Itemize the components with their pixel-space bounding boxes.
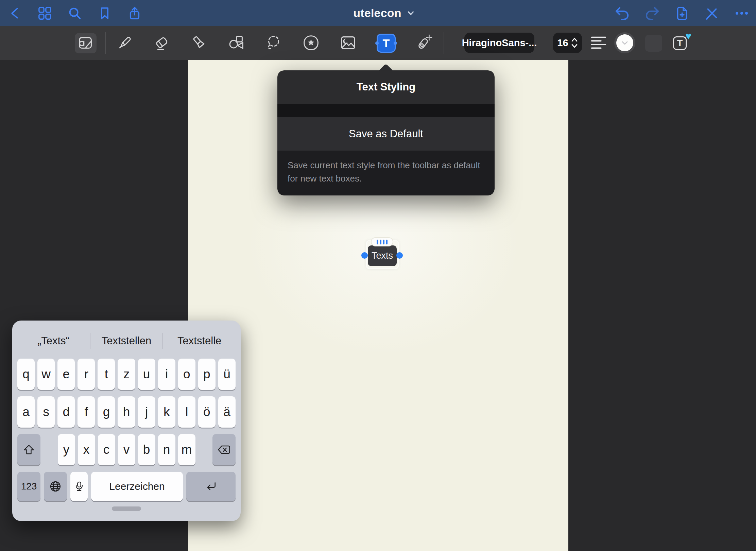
- keyboard-row-2: asdfghjklöä: [17, 396, 236, 428]
- text-tool-glyph: T: [383, 37, 390, 50]
- backspace-key[interactable]: [212, 434, 236, 465]
- key-ö[interactable]: ö: [198, 396, 216, 428]
- redo-icon[interactable]: [645, 6, 660, 21]
- toolbar-empty-slot: [645, 35, 662, 52]
- thumbnails-grid-icon[interactable]: [37, 6, 52, 21]
- key-d[interactable]: d: [57, 396, 75, 428]
- key-s[interactable]: s: [37, 396, 55, 428]
- key-m[interactable]: m: [178, 434, 195, 465]
- key-u[interactable]: u: [138, 359, 155, 390]
- key-r[interactable]: r: [78, 359, 95, 390]
- text-tool-left-dot: [375, 41, 379, 45]
- text-color-swatch[interactable]: [614, 32, 635, 53]
- bookmark-icon[interactable]: [97, 6, 112, 21]
- more-options-icon[interactable]: [734, 6, 749, 21]
- swatch-chevron-icon: [620, 38, 629, 47]
- return-key[interactable]: [186, 472, 236, 501]
- image-tool-icon[interactable]: [339, 34, 358, 53]
- text-color-white: [616, 34, 633, 51]
- add-page-icon[interactable]: [675, 6, 690, 21]
- popover-description-text: Save current text style from the toolbar…: [288, 160, 480, 184]
- shapes-tool-icon[interactable]: [227, 34, 246, 53]
- pen-tool-icon[interactable]: [115, 34, 134, 53]
- key-f[interactable]: f: [78, 396, 95, 428]
- font-family-label: HiraginoSans-...: [462, 37, 537, 49]
- shift-key[interactable]: [17, 434, 40, 465]
- textbox-right-resize-handle[interactable]: [396, 252, 403, 259]
- stepper-chevrons-icon: [571, 37, 578, 49]
- key-w[interactable]: w: [37, 359, 55, 390]
- key-o[interactable]: o: [178, 359, 195, 390]
- document-title: utelecon: [353, 6, 401, 20]
- keyboard-row-1: qwertzuiopü: [17, 359, 236, 390]
- sticker-tool-icon[interactable]: [302, 34, 321, 53]
- globe-key[interactable]: [44, 472, 67, 501]
- laser-pointer-tool-icon[interactable]: [414, 34, 433, 53]
- keyboard-drag-handle[interactable]: [112, 506, 141, 511]
- key-k[interactable]: k: [158, 396, 175, 428]
- heart-icon: ♥: [685, 31, 691, 41]
- key-t[interactable]: t: [98, 359, 115, 390]
- lasso-tool-icon[interactable]: [264, 34, 284, 53]
- key-v[interactable]: v: [118, 434, 135, 465]
- document-title-button[interactable]: utelecon: [353, 0, 415, 26]
- key-x[interactable]: x: [78, 434, 95, 465]
- font-family-button[interactable]: HiraginoSans-...: [464, 33, 534, 53]
- key-j[interactable]: j: [138, 396, 155, 428]
- key-i[interactable]: i: [158, 359, 175, 390]
- suggestion-2[interactable]: Textstellen: [90, 335, 163, 347]
- text-tool-selected[interactable]: T: [377, 34, 396, 53]
- key-n[interactable]: n: [158, 434, 175, 465]
- keyboard-row-4: 123 Leerzeichen: [17, 472, 236, 501]
- key-ü[interactable]: ü: [218, 359, 236, 390]
- suggestion-1[interactable]: „Texts“: [17, 335, 90, 347]
- text-align-button[interactable]: [589, 33, 608, 52]
- text-styling-popover: Text Styling Save as Default Save curren…: [277, 70, 495, 195]
- popover-title: Text Styling: [357, 81, 415, 93]
- undo-icon[interactable]: [615, 6, 630, 21]
- key-l[interactable]: l: [178, 396, 195, 428]
- chevron-down-icon: [407, 9, 415, 17]
- save-as-default-button[interactable]: Save as Default: [277, 117, 495, 151]
- search-icon[interactable]: [67, 6, 82, 21]
- floating-keyboard: „Texts“TextstellenTextstelle qwertzuiopü…: [12, 321, 241, 521]
- share-icon[interactable]: [127, 6, 142, 21]
- key-b[interactable]: b: [138, 434, 155, 465]
- toolbar-divider: [105, 32, 106, 54]
- space-key[interactable]: Leerzeichen: [91, 472, 183, 501]
- key-ä[interactable]: ä: [218, 396, 236, 428]
- save-as-default-label: Save as Default: [349, 128, 423, 140]
- key-a[interactable]: a: [17, 396, 35, 428]
- selected-text-box[interactable]: Texts: [368, 245, 397, 266]
- keyboard-row-3: yxcvbnm: [17, 434, 236, 465]
- key-g[interactable]: g: [98, 396, 115, 428]
- eraser-tool-icon[interactable]: [153, 34, 172, 53]
- font-size-stepper[interactable]: 16: [553, 33, 582, 53]
- key-z[interactable]: z: [118, 359, 135, 390]
- key-h[interactable]: h: [118, 396, 135, 428]
- text-tool-right-dot: [394, 41, 397, 45]
- key-p[interactable]: p: [198, 359, 216, 390]
- key-y[interactable]: y: [58, 434, 75, 465]
- highlighter-tool-icon[interactable]: [190, 34, 209, 53]
- space-key-label: Leerzeichen: [109, 481, 165, 492]
- readonly-pen-icon[interactable]: [704, 6, 719, 21]
- popover-header: Text Styling: [277, 70, 495, 104]
- favorite-text-style-button[interactable]: T ♥: [671, 33, 691, 53]
- font-size-value: 16: [557, 37, 568, 49]
- back-icon[interactable]: [8, 6, 23, 21]
- text-box-content: Texts: [372, 251, 393, 261]
- numbers-key[interactable]: 123: [17, 472, 40, 501]
- handwriting-tool-icon[interactable]: [76, 34, 95, 53]
- popover-description: Save current text style from the toolbar…: [277, 151, 495, 195]
- toolbar-divider: [444, 32, 444, 54]
- tool-ribbon: T HiraginoSans-... 16 T ♥: [0, 26, 756, 60]
- textbox-drag-handle[interactable]: [371, 237, 393, 246]
- dictation-mic-key[interactable]: [70, 472, 88, 501]
- key-c[interactable]: c: [98, 434, 115, 465]
- key-q[interactable]: q: [17, 359, 35, 390]
- key-e[interactable]: e: [57, 359, 75, 390]
- suggestion-3[interactable]: Textstelle: [163, 335, 236, 347]
- textbox-left-resize-handle[interactable]: [361, 252, 368, 259]
- suggestion-bar: „Texts“TextstellenTextstelle: [17, 326, 236, 356]
